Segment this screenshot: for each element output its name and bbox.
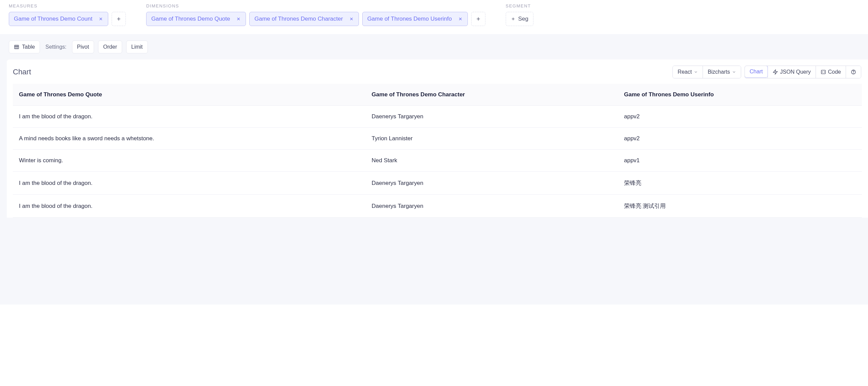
- close-icon: [458, 17, 463, 21]
- table-cell: I am the blood of the dragon.: [13, 172, 366, 195]
- table-cell: Daenerys Targaryen: [366, 172, 618, 195]
- view-json-tab[interactable]: JSON Query: [768, 66, 816, 78]
- close-icon: [349, 17, 354, 21]
- limit-label: Limit: [131, 44, 143, 50]
- table-cell: Daenerys Targaryen: [366, 195, 618, 218]
- segment-group: SEGMENT Seg: [506, 3, 533, 26]
- table-cell: appv2: [618, 106, 862, 128]
- order-label: Order: [103, 44, 117, 50]
- panel-controls: React Bizcharts Chart JSON Query: [672, 66, 865, 78]
- table-cell: A mind needs books like a sword needs a …: [13, 128, 366, 150]
- dimensions-chip-row: Game of Thrones Demo QuoteGame of Throne…: [146, 12, 485, 26]
- add-dimension-button[interactable]: [471, 12, 485, 26]
- svg-marker-18: [773, 70, 777, 74]
- dimensions-group: DIMENSIONS Game of Thrones Demo QuoteGam…: [146, 3, 485, 26]
- view-chart-tab[interactable]: Chart: [745, 66, 768, 78]
- column-header[interactable]: Game of Thrones Demo Userinfo: [618, 84, 862, 106]
- chartlib-select[interactable]: Bizcharts: [703, 66, 741, 78]
- svg-point-21: [853, 73, 854, 73]
- column-header[interactable]: Game of Thrones Demo Quote: [13, 84, 366, 106]
- chip-label: Game of Thrones Demo Userinfo: [367, 16, 453, 22]
- segment-label: SEGMENT: [506, 3, 533, 8]
- chevron-down-icon: [694, 70, 698, 74]
- measure-chip[interactable]: Game of Thrones Demo Count: [9, 12, 108, 26]
- table-cell: Tyrion Lannister: [366, 128, 618, 150]
- view-mode-group: Chart JSON Query Code: [745, 66, 861, 78]
- chip-remove-button[interactable]: [348, 15, 355, 23]
- table-cell: Ned Stark: [366, 150, 618, 172]
- chip-remove-button[interactable]: [97, 15, 105, 23]
- chart-panel: Chart React Bizcharts Chart: [7, 59, 868, 218]
- view-json-label: JSON Query: [780, 69, 811, 75]
- settings-label: Settings:: [44, 44, 68, 50]
- add-measure-button[interactable]: [112, 12, 126, 26]
- view-code-tab[interactable]: Code: [816, 66, 846, 78]
- measures-chip-row: Game of Thrones Demo Count: [9, 12, 126, 26]
- result-table: Game of Thrones Demo QuoteGame of Throne…: [13, 84, 862, 218]
- table-cell: I am the blood of the dragon.: [13, 195, 366, 218]
- chartlib-value: Bizcharts: [708, 69, 730, 75]
- chip-label: Game of Thrones Demo Count: [14, 16, 94, 22]
- measures-label: MEASURES: [9, 3, 126, 8]
- framework-select-group: React Bizcharts: [672, 66, 741, 78]
- close-icon: [236, 17, 241, 21]
- dimension-chip[interactable]: Game of Thrones Demo Quote: [146, 12, 246, 26]
- table-cell: 荣锋亮 测试引用: [618, 195, 862, 218]
- pivot-button[interactable]: Pivot: [72, 41, 94, 53]
- add-segment-button[interactable]: Seg: [506, 12, 533, 26]
- column-header[interactable]: Game of Thrones Demo Character: [366, 84, 618, 106]
- bolt-icon: [773, 69, 778, 75]
- close-icon: [98, 17, 103, 21]
- table-cell: I am the blood of the dragon.: [13, 106, 366, 128]
- body-area: Table Settings: Pivot Order Limit Chart …: [0, 34, 868, 305]
- view-code-label: Code: [828, 69, 841, 75]
- dimensions-label: DIMENSIONS: [146, 3, 485, 8]
- view-chart-label: Chart: [750, 69, 763, 75]
- chip-label: Game of Thrones Demo Quote: [151, 16, 231, 22]
- add-segment-label: Seg: [518, 16, 528, 22]
- table-row: I am the blood of the dragon.Daenerys Ta…: [13, 106, 862, 128]
- measures-group: MEASURES Game of Thrones Demo Count: [9, 3, 126, 26]
- code-icon: [821, 69, 826, 75]
- table-cell: appv2: [618, 128, 862, 150]
- result-table-wrap: Game of Thrones Demo QuoteGame of Throne…: [7, 84, 868, 218]
- table-cell: Daenerys Targaryen: [366, 106, 618, 128]
- limit-button[interactable]: Limit: [126, 41, 148, 53]
- pivot-label: Pivot: [77, 44, 89, 50]
- table-cell: Winter is coming.: [13, 150, 366, 172]
- help-icon: [851, 69, 856, 75]
- chevron-down-icon: [732, 70, 736, 74]
- dimension-chip[interactable]: Game of Thrones Demo Character: [249, 12, 359, 26]
- query-builder-bar: MEASURES Game of Thrones Demo Count DIME…: [0, 0, 868, 34]
- chart-panel-header: Chart React Bizcharts Chart: [7, 66, 868, 84]
- chip-remove-button[interactable]: [235, 15, 242, 23]
- chip-remove-button[interactable]: [457, 15, 464, 23]
- help-button[interactable]: [846, 66, 861, 78]
- table-cell: 荣锋亮: [618, 172, 862, 195]
- table-row: I am the blood of the dragon.Daenerys Ta…: [13, 195, 862, 218]
- segment-chip-row: Seg: [506, 12, 533, 26]
- table-cell: appv1: [618, 150, 862, 172]
- framework-select[interactable]: React: [673, 66, 703, 78]
- view-table-button[interactable]: Table: [9, 41, 40, 53]
- settings-toolbar: Table Settings: Pivot Order Limit: [0, 41, 868, 59]
- chip-label: Game of Thrones Demo Character: [254, 16, 344, 22]
- order-button[interactable]: Order: [98, 41, 122, 53]
- framework-value: React: [678, 69, 692, 75]
- panel-title: Chart: [13, 68, 31, 76]
- view-table-label: Table: [22, 44, 35, 50]
- table-row: A mind needs books like a sword needs a …: [13, 128, 862, 150]
- table-row: I am the blood of the dragon.Daenerys Ta…: [13, 172, 862, 195]
- table-icon: [14, 44, 19, 50]
- table-row: Winter is coming.Ned Starkappv1: [13, 150, 862, 172]
- svg-rect-14: [15, 45, 19, 49]
- dimension-chip[interactable]: Game of Thrones Demo Userinfo: [362, 12, 468, 26]
